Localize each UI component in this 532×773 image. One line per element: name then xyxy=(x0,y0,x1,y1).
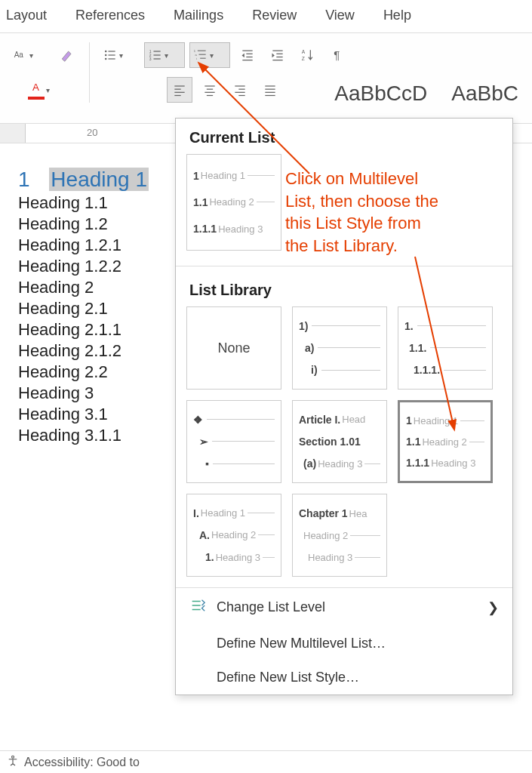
increase-indent-button[interactable] xyxy=(265,42,291,68)
list-library-grid: None 1) a) i) 1. 1.1. 1.1.1. ❖ ➢ ▪ Artic… xyxy=(176,306,512,587)
ruler-tick-label: 20 xyxy=(87,127,97,138)
ruler-margin xyxy=(0,124,26,143)
list-preview-heading-numbered[interactable]: 1Heading 1 1.1Heading 2 1.1.1Heading 3 xyxy=(398,400,493,483)
section-title-library: List Library xyxy=(176,271,512,306)
annotation-text: Click on Multilevel List, then choose th… xyxy=(285,168,438,257)
style-normal[interactable]: AaBbCcD xyxy=(330,80,432,107)
accessibility-icon xyxy=(6,754,20,771)
show-paragraph-marks-button[interactable]: ¶ xyxy=(325,42,351,68)
svg-text:Aa: Aa xyxy=(14,51,24,59)
svg-point-4 xyxy=(105,54,107,57)
multilevel-list-button[interactable]: 1ai▾ xyxy=(189,42,230,68)
justify-button[interactable] xyxy=(257,77,283,103)
tab-references[interactable]: References xyxy=(75,8,145,23)
align-right-button[interactable] xyxy=(227,77,253,103)
svg-text:i: i xyxy=(196,57,197,60)
ribbon-toolbar: Aa▾ A ▾ ▾ 123▾ 1ai▾ xyxy=(0,33,532,124)
section-title-current: Current List xyxy=(176,119,512,154)
menu-label: Define New Multilevel List… xyxy=(217,636,386,651)
svg-point-49 xyxy=(12,756,14,758)
heading-text-selected: Heading 1 xyxy=(49,168,149,191)
align-left-button[interactable] xyxy=(167,77,192,103)
list-preview-chapter[interactable]: Chapter 1Hea Heading 2 Heading 3 xyxy=(292,494,387,577)
list-preview-bullets[interactable]: ❖ ➢ ▪ xyxy=(186,400,281,483)
sort-button[interactable]: AZ xyxy=(295,42,321,68)
list-preview-paren[interactable]: 1) a) i) xyxy=(292,306,387,390)
decrease-indent-button[interactable] xyxy=(235,42,260,68)
list-preview-current[interactable]: 1Heading 1 1.1Heading 2 1.1.1Heading 3 xyxy=(186,154,281,251)
ribbon-tabs: Layout References Mailings Review View H… xyxy=(0,0,532,33)
svg-point-6 xyxy=(105,58,107,60)
menu-change-list-level[interactable]: Change List Level ❯ xyxy=(176,587,512,627)
styles-gallery: AaBbCcD AaBbC xyxy=(321,74,532,113)
svg-text:Z: Z xyxy=(302,56,305,61)
status-bar: Accessibility: Good to xyxy=(0,750,532,773)
list-preview-none[interactable]: None xyxy=(186,306,281,390)
tab-help[interactable]: Help xyxy=(383,8,411,23)
indent-arrows-icon xyxy=(189,597,206,617)
numbering-button[interactable]: 123▾ xyxy=(144,42,185,68)
menu-label: Define New List Style… xyxy=(217,670,359,685)
svg-point-2 xyxy=(105,51,107,53)
clear-formatting-button[interactable] xyxy=(54,42,80,68)
align-center-button[interactable] xyxy=(197,77,223,103)
svg-text:A: A xyxy=(32,82,39,93)
svg-text:¶: ¶ xyxy=(334,48,340,61)
font-color-button[interactable]: A ▾ xyxy=(24,77,65,103)
tab-review[interactable]: Review xyxy=(252,8,297,23)
tab-view[interactable]: View xyxy=(325,8,355,23)
font-color-indicator xyxy=(28,97,45,100)
svg-text:3: 3 xyxy=(149,57,152,61)
list-preview-dot[interactable]: 1. 1.1. 1.1.1. xyxy=(398,306,493,390)
menu-define-multilevel[interactable]: Define New Multilevel List… xyxy=(176,627,512,661)
list-preview-roman[interactable]: I.Heading 1 A.Heading 2 1.Heading 3 xyxy=(186,494,281,577)
change-case-button[interactable]: Aa▾ xyxy=(9,42,50,68)
list-preview-article[interactable]: Article I.Head Section 1.01 (a)Heading 3 xyxy=(292,400,387,483)
status-accessibility[interactable]: Accessibility: Good to xyxy=(24,756,140,769)
chevron-right-icon: ❯ xyxy=(487,599,499,616)
menu-define-list-style[interactable]: Define New List Style… xyxy=(176,661,512,694)
svg-text:A: A xyxy=(302,49,306,54)
bullets-button[interactable]: ▾ xyxy=(99,42,140,68)
tab-layout[interactable]: Layout xyxy=(6,8,47,23)
tab-mailings[interactable]: Mailings xyxy=(174,8,223,23)
heading-number: 1 xyxy=(18,168,30,191)
menu-label: Change List Level xyxy=(217,599,325,615)
style-heading[interactable]: AaBbC xyxy=(447,80,523,107)
